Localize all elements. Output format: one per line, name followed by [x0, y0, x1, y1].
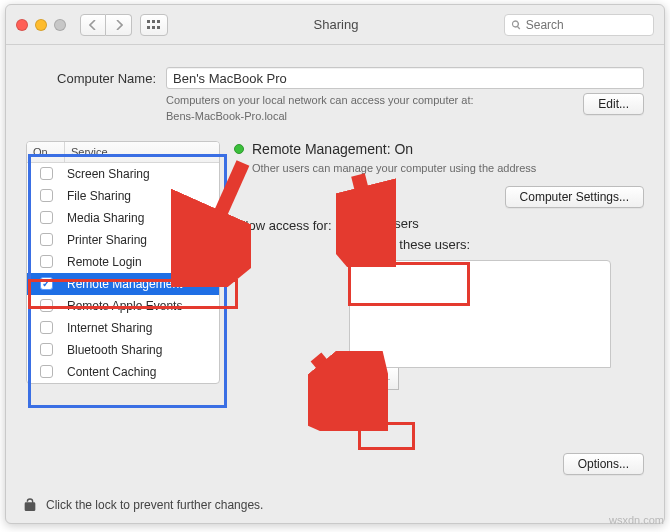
- remove-user-button: −: [375, 368, 399, 389]
- search-field[interactable]: [504, 14, 654, 36]
- service-row[interactable]: Screen Sharing: [27, 163, 219, 185]
- svg-rect-0: [147, 20, 150, 23]
- window-controls: [16, 19, 66, 31]
- service-checkbox[interactable]: [40, 189, 53, 202]
- service-checkbox[interactable]: [40, 321, 53, 334]
- back-button[interactable]: [80, 14, 106, 36]
- computer-settings-button[interactable]: Computer Settings...: [505, 186, 644, 208]
- service-checkbox[interactable]: [40, 167, 53, 180]
- service-name: Screen Sharing: [65, 167, 219, 181]
- service-checkbox[interactable]: [40, 365, 53, 378]
- service-status-desc: Other users can manage your computer usi…: [252, 161, 582, 176]
- service-name: Internet Sharing: [65, 321, 219, 335]
- service-row[interactable]: File Sharing: [27, 185, 219, 207]
- service-checkbox[interactable]: [40, 343, 53, 356]
- radio-label: All users: [369, 216, 419, 231]
- service-name: Remote Management: [65, 277, 219, 291]
- minimize-icon[interactable]: [35, 19, 47, 31]
- access-group: Allow access for: All usersOnly these us…: [234, 216, 644, 252]
- search-input[interactable]: [526, 18, 647, 32]
- radio-all-users[interactable]: All users: [349, 216, 470, 231]
- add-remove-group: + −: [349, 368, 399, 390]
- window-title: Sharing: [176, 17, 496, 32]
- svg-rect-2: [157, 20, 160, 23]
- column-header-on[interactable]: On: [27, 142, 65, 162]
- forward-button[interactable]: [106, 14, 132, 36]
- zoom-icon: [54, 19, 66, 31]
- service-checkbox[interactable]: [40, 233, 53, 246]
- edit-hostname-button[interactable]: Edit...: [583, 93, 644, 115]
- users-list[interactable]: [349, 260, 611, 368]
- status-led-icon: [234, 144, 244, 154]
- radio-label: Only these users:: [369, 237, 470, 252]
- computer-name-label: Computer Name:: [26, 71, 156, 86]
- lock-row[interactable]: Click the lock to prevent further change…: [22, 497, 263, 513]
- close-icon[interactable]: [16, 19, 28, 31]
- computer-name-field[interactable]: [166, 67, 644, 89]
- radio-icon: [349, 217, 363, 231]
- service-checkbox[interactable]: [40, 255, 53, 268]
- service-name: Remote Apple Events: [65, 299, 219, 313]
- radio-icon: [349, 238, 363, 252]
- svg-rect-1: [152, 20, 155, 23]
- titlebar: Sharing: [6, 5, 664, 45]
- add-user-button[interactable]: +: [350, 368, 375, 389]
- service-name: Bluetooth Sharing: [65, 343, 219, 357]
- column-header-service[interactable]: Service: [65, 142, 219, 162]
- service-row[interactable]: Remote Apple Events: [27, 295, 219, 317]
- service-row[interactable]: Remote Management: [27, 273, 219, 295]
- service-status: Remote Management: On: [234, 141, 644, 157]
- computer-name-info: Computers on your local network can acce…: [166, 93, 474, 125]
- service-row[interactable]: Bluetooth Sharing: [27, 339, 219, 361]
- svg-rect-5: [157, 26, 160, 29]
- watermark: wsxdn.com: [609, 514, 664, 526]
- service-status-title: Remote Management: On: [252, 141, 413, 157]
- service-checkbox[interactable]: [40, 211, 53, 224]
- service-name: File Sharing: [65, 189, 219, 203]
- lock-open-icon: [22, 497, 38, 513]
- service-row[interactable]: Content Caching: [27, 361, 219, 383]
- nav-buttons: [80, 14, 132, 36]
- service-row[interactable]: Remote Login: [27, 251, 219, 273]
- service-checkbox[interactable]: [40, 299, 53, 312]
- service-name: Printer Sharing: [65, 233, 219, 247]
- lock-hint-text: Click the lock to prevent further change…: [46, 498, 263, 512]
- access-label: Allow access for:: [234, 216, 339, 233]
- service-row[interactable]: Printer Sharing: [27, 229, 219, 251]
- service-row[interactable]: Internet Sharing: [27, 317, 219, 339]
- svg-rect-3: [147, 26, 150, 29]
- service-row[interactable]: Media Sharing: [27, 207, 219, 229]
- search-icon: [511, 19, 522, 31]
- radio-only-these-users[interactable]: Only these users:: [349, 237, 470, 252]
- show-all-button[interactable]: [140, 14, 168, 36]
- service-checkbox[interactable]: [40, 277, 53, 290]
- service-name: Media Sharing: [65, 211, 219, 225]
- service-name: Content Caching: [65, 365, 219, 379]
- service-name: Remote Login: [65, 255, 219, 269]
- options-button[interactable]: Options...: [563, 453, 644, 475]
- services-table: On Service Screen SharingFile SharingMed…: [26, 141, 220, 384]
- svg-rect-4: [152, 26, 155, 29]
